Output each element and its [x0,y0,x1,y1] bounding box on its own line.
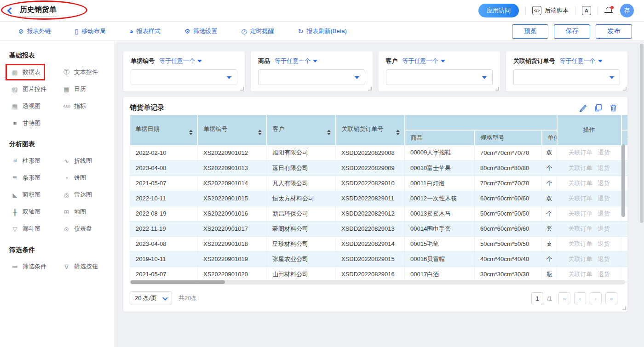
sidebar-item-area-chart[interactable]: ◣面积图 [9,190,42,200]
sort-icon[interactable] [189,130,193,135]
sidebar-item-radar-chart[interactable]: ◎雷达图 [61,190,94,200]
notification-bell-icon[interactable] [604,6,614,15]
sidebar-item-calendar[interactable]: ▦日历 [61,84,88,94]
table-row[interactable]: 2022-08-19XS20220901016新昌环保公司XSDD2022082… [130,206,628,221]
return-link[interactable]: 退货 [598,256,610,262]
table-row[interactable]: 2023-04-08XS20220901018星珍材料公司XSDD2022082… [130,236,628,251]
resize-handle[interactable] [495,87,499,91]
filter-select[interactable] [513,69,620,85]
return-link[interactable]: 退货 [598,210,610,217]
toolbar-item[interactable]: ↻报表刷新(Beta) [298,27,347,35]
table-row[interactable]: 2022-11-19XS20220901017豪阁材料公司XSDD2022082… [130,221,628,236]
column-header-code[interactable]: 单据编号 [198,115,267,145]
return-link[interactable]: 退货 [598,271,610,278]
prev-page-button[interactable]: ‹ [574,292,586,304]
save-button[interactable]: 保存 [554,24,590,39]
sidebar-item-filter-button[interactable]: ∇筛选按钮 [61,262,100,272]
edit-icon[interactable] [579,104,587,112]
return-link[interactable]: 退货 [598,180,610,187]
sidebar-item-data-table[interactable]: ▥数据表 [9,67,42,77]
preview-button[interactable]: 预览 [512,24,548,39]
return-link[interactable]: 退货 [598,195,610,202]
page-scrollbar[interactable] [640,44,644,223]
column-header-order[interactable]: 关联销货订单号 [336,115,405,145]
toolbar-item[interactable]: ▯移动布局 [75,27,106,35]
app-access-button[interactable]: 应用访问 [478,4,519,17]
contacts-icon[interactable]: A [582,6,591,15]
sidebar-item-bar-chart[interactable]: ≣条形图 [9,173,42,183]
sidebar-item-pie-chart[interactable]: ◔饼图 [61,173,88,183]
resize-handle[interactable] [240,87,244,91]
sidebar-item-line-chart[interactable]: ∿折线图 [61,156,94,166]
toolbar-item[interactable]: ◷定时提醒 [241,27,274,35]
resize-handle[interactable] [622,307,626,310]
column-header-unit[interactable]: 单位 [542,130,557,145]
filter-operator[interactable]: 等于任意一个 [275,57,317,65]
sort-icon[interactable] [258,130,262,135]
sort-icon[interactable] [327,130,331,135]
toolbar-item[interactable]: ⚙筛选设置 [184,27,218,35]
resize-handle[interactable] [623,87,627,91]
page-size-select[interactable]: 20 条/页 [130,291,172,305]
sidebar-item-gauge[interactable]: ⊙仪表盘 [61,224,94,234]
related-order-link[interactable]: 关联订单 [569,165,592,171]
return-link[interactable]: 退货 [598,165,610,171]
sidebar-item-pivot[interactable]: ▤透视图 [9,101,42,111]
table-title: 销货单记录 [130,103,164,112]
column-header-date[interactable]: 单据日期 [130,115,198,145]
next-page-button[interactable]: › [590,292,602,304]
filter-select[interactable] [131,69,237,85]
filter-select[interactable] [258,69,365,85]
sidebar-item-column-chart[interactable]: ılıl柱形图 [9,156,42,166]
page-title[interactable]: 历史销货单 [20,5,57,17]
column-header-product[interactable]: 商品 [405,130,475,145]
sidebar-item-filter-condition[interactable]: ≔筛选条件 [9,262,48,272]
filter-operator[interactable]: 等于任意一个 [560,57,603,65]
avatar[interactable]: 存 [620,4,634,17]
table-horizontal-scrollbar[interactable] [130,280,625,284]
table-row[interactable]: 2021-05-07XS20220901014凡人有限公司XSDD2022082… [130,176,628,191]
sidebar-item-gantt[interactable]: ≡甘特图 [9,118,42,128]
copy-icon[interactable] [594,104,602,112]
delete-icon[interactable] [610,104,617,112]
toolbar-item[interactable]: ⊘报表外链 [18,27,51,35]
sidebar-item-dual-axis[interactable]: ╫双轴图 [9,207,42,217]
return-link[interactable]: 退货 [598,240,610,247]
sidebar-item-image-widget[interactable]: ▨图片控件 [9,84,48,94]
scrollbar-thumb[interactable] [131,280,225,284]
sidebar-item-indicator[interactable]: 4,80指标 [61,101,88,111]
last-page-button[interactable]: » [605,292,617,304]
backend-script-button[interactable]: </> 后端脚本 [532,6,569,15]
related-order-link[interactable]: 关联订单 [569,271,592,278]
publish-button[interactable]: 发布 [596,24,632,39]
resize-handle[interactable] [368,87,372,91]
related-order-link[interactable]: 关联订单 [569,210,592,217]
related-order-link[interactable]: 关联订单 [569,225,592,232]
sidebar-item-funnel-chart[interactable]: ▽漏斗图 [9,224,42,234]
return-link[interactable]: 退货 [598,225,610,232]
table-row[interactable]: 2022-02-10XS20220901012旭阳有限公司XSDD2022082… [130,145,628,160]
return-link[interactable]: 退货 [598,149,610,156]
sort-icon[interactable] [396,130,400,135]
table-vertical-scrollbar[interactable] [621,144,625,217]
sidebar-item-map[interactable]: ⊞地图 [61,207,88,217]
related-order-link[interactable]: 关联订单 [569,256,592,262]
related-order-link[interactable]: 关联订单 [569,240,592,247]
related-order-link[interactable]: 关联订单 [569,195,592,202]
back-icon[interactable] [7,7,15,15]
related-order-link[interactable]: 关联订单 [569,149,592,156]
related-order-link[interactable]: 关联订单 [569,180,592,187]
column-header-spec[interactable]: 规格型号 [475,130,542,145]
filter-operator[interactable]: 等于任意一个 [159,57,202,65]
filter-operator[interactable]: 等于任意一个 [402,57,445,65]
sidebar-item-text-widget[interactable]: Ⓣ文本控件 [61,67,100,77]
current-page-box[interactable]: 1 [531,292,543,304]
toolbar-item[interactable]: ◕报表样式 [129,27,160,35]
table-row[interactable]: 2023-04-08XS20220901013落日有限公司XSDD2022082… [130,160,628,176]
filter-select[interactable] [386,69,493,85]
table-row[interactable]: 2022-10-11XS20220901015恒太方材料公司XSDD202208… [130,191,628,206]
table-row[interactable]: 2019-10-11XS20220901019张屋农业公司XSDD2022082… [130,251,628,267]
first-page-button[interactable]: « [558,292,570,304]
column-header-customer[interactable]: 客户 [267,115,336,145]
data-table-widget[interactable]: 销货单记录 单据日期 单据编号 [123,97,627,312]
